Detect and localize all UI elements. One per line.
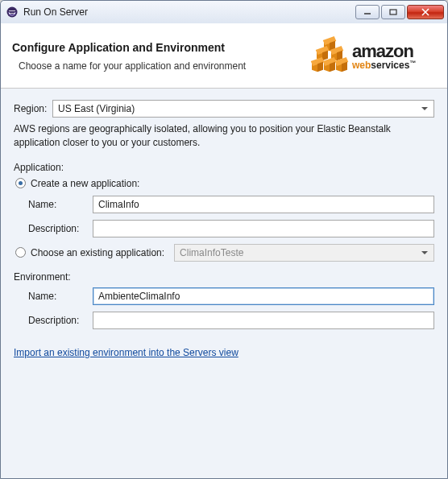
environment-name-label: Name: [28,291,93,302]
region-hint: AWS regions are geographically isolated,… [14,122,434,151]
application-description-label: Description: [28,223,93,234]
application-name-input[interactable]: ClimaInfo [93,196,434,213]
dialog-window: Run On Server Configure Application and … [0,0,448,479]
maximize-button[interactable] [381,5,405,19]
window-title: Run On Server [23,6,354,18]
content-area: Region: US East (Virginia) AWS regions a… [1,89,447,478]
aws-logo-text-sub: webservices™ [352,60,416,70]
environment-description-label: Description: [28,315,93,326]
region-select[interactable]: US East (Virginia) [52,100,434,118]
environment-section-label: Environment: [14,271,434,283]
titlebar[interactable]: Run On Server [1,1,447,23]
environment-name-input[interactable]: AmbienteClimaInfo [93,287,434,305]
choose-existing-radio[interactable] [15,247,26,258]
application-name-label: Name: [28,199,93,210]
eclipse-icon [6,6,19,19]
existing-application-select: ClimaInfoTeste [174,244,434,262]
minimize-button[interactable] [355,5,380,19]
choose-existing-label[interactable]: Choose an existing application: [31,247,164,258]
page-subtitle: Choose a name for your application and e… [12,60,299,72]
svg-point-0 [7,7,18,18]
region-label: Region: [14,103,52,114]
window-controls [354,5,444,19]
import-environment-link[interactable]: Import an existing environment into the … [14,347,239,358]
environment-description-input[interactable] [93,312,434,329]
existing-application-value: ClimaInfoTeste [180,247,243,258]
page-title: Configure Application and Environment [12,41,299,54]
header-pane: Configure Application and Environment Ch… [1,23,447,89]
aws-logo-text-main: amazon [352,43,416,60]
application-description-input[interactable] [93,220,434,237]
application-section-label: Application: [14,162,434,173]
create-application-label[interactable]: Create a new application: [31,178,139,189]
svg-rect-2 [390,10,396,14]
aws-logo: amazon webservices™ [312,33,436,80]
create-application-radio[interactable] [15,178,26,188]
aws-cubes-icon [312,39,347,74]
region-select-value: US East (Virginia) [58,103,135,114]
close-button[interactable] [407,5,444,19]
